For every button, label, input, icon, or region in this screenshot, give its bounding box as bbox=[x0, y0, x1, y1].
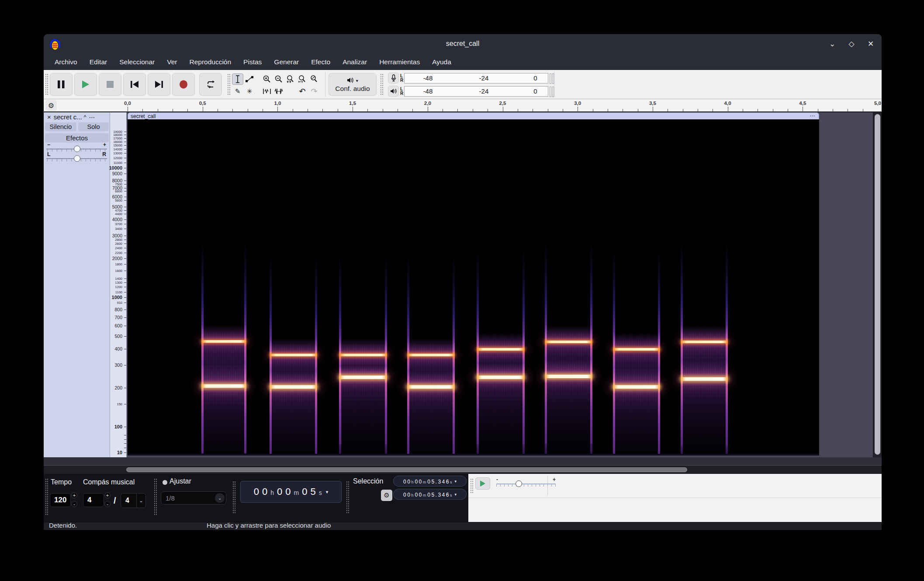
snap-toggle[interactable] bbox=[163, 480, 167, 485]
menu-item-seleccionar[interactable]: Seleccionar bbox=[113, 56, 161, 69]
redo-button[interactable]: ↷ bbox=[308, 86, 320, 97]
microphone-icon[interactable] bbox=[388, 73, 399, 83]
effects-button[interactable]: Efectos bbox=[45, 133, 109, 143]
toolbar-grip[interactable] bbox=[380, 73, 384, 95]
skip-to-end-button[interactable] bbox=[148, 73, 170, 96]
timeline-ruler[interactable]: ⚙ 0,00,51,01,52,02,53,03,54,04,55,0 bbox=[44, 99, 882, 112]
trim-audio-tool[interactable] bbox=[261, 86, 273, 97]
skip-to-start-button[interactable] bbox=[123, 73, 146, 96]
menu-item-reproduccion[interactable]: Reproducción bbox=[183, 56, 237, 69]
menu-item-efecto[interactable]: Efecto bbox=[305, 56, 336, 69]
toolbar-grip[interactable] bbox=[346, 481, 350, 513]
chevron-down-icon[interactable]: ▾ bbox=[454, 479, 457, 484]
track-control-panel[interactable]: × secret c... ^ ⋯ Silencio Solo Efectos … bbox=[44, 112, 110, 457]
track-menu-button[interactable]: ⋯ bbox=[89, 114, 95, 121]
tempo-decrement-button[interactable]: - bbox=[71, 501, 77, 507]
menu-item-generar[interactable]: Generar bbox=[268, 56, 305, 69]
selection-tool[interactable] bbox=[232, 73, 243, 85]
menu-item-ver[interactable]: Ver bbox=[161, 56, 183, 69]
clip-menu-button[interactable]: ⋯ bbox=[810, 113, 815, 119]
menu-item-analizar[interactable]: Analizar bbox=[336, 56, 373, 69]
playback-speed-thumb[interactable] bbox=[516, 480, 522, 487]
zoom-out-tool[interactable] bbox=[273, 73, 284, 85]
vertical-scrollbar[interactable] bbox=[873, 112, 882, 457]
playback-speed-slider[interactable]: -+ bbox=[496, 477, 556, 491]
selection-options-gear-icon[interactable]: ⚙ bbox=[381, 490, 392, 501]
audio-setup-button[interactable]: ▾ Conf. audio bbox=[329, 73, 377, 96]
pan-slider[interactable]: L R bbox=[46, 154, 107, 163]
gain-slider-thumb[interactable] bbox=[74, 146, 80, 152]
zoom-fit-tool[interactable] bbox=[297, 73, 308, 85]
time-segment: 05.346s bbox=[427, 477, 453, 485]
tempo-value-field[interactable]: 120 bbox=[50, 493, 71, 507]
freq-label: 300 bbox=[114, 362, 122, 368]
audio-position-display[interactable]: 00h00m05s▾ bbox=[240, 481, 342, 503]
toolbar-grip[interactable] bbox=[154, 478, 157, 516]
toolbar-grip[interactable] bbox=[232, 481, 236, 513]
zoom-in-tool[interactable] bbox=[261, 73, 273, 85]
playback-state: Detenido. bbox=[49, 522, 77, 529]
gain-slider[interactable]: − + bbox=[46, 145, 107, 153]
solo-button[interactable]: Solo bbox=[78, 122, 109, 131]
timesig-decrement-button[interactable]: - bbox=[104, 501, 111, 507]
frequency-ruler[interactable]: 1900018000170001600015000140001300012000… bbox=[110, 112, 127, 457]
pan-slider-thumb[interactable] bbox=[74, 155, 80, 162]
recording-meter[interactable]: LR-48-240 bbox=[388, 72, 548, 84]
multi-tool[interactable]: ✳ bbox=[244, 86, 255, 97]
chevron-down-icon[interactable]: ▾ bbox=[326, 489, 329, 495]
empty-track-space[interactable] bbox=[44, 457, 882, 466]
track-name[interactable]: secret c... bbox=[54, 113, 82, 121]
snap-dropdown[interactable]: 1/8 ⌄ bbox=[161, 491, 226, 504]
track-collapse-chevron[interactable]: ^ bbox=[84, 114, 87, 120]
toolbar-grip[interactable] bbox=[45, 73, 48, 95]
zoom-toggle-tool[interactable] bbox=[308, 73, 320, 85]
timesig-lower-dropdown[interactable]: 4 ⌄ bbox=[121, 493, 146, 508]
loop-button[interactable] bbox=[199, 73, 222, 96]
timesig-increment-button[interactable]: + bbox=[104, 492, 111, 498]
track-close-button[interactable]: × bbox=[45, 113, 53, 121]
title-bar[interactable]: secret_call ⌄ ◇ ✕ bbox=[44, 34, 882, 55]
horizontal-scrollbar[interactable] bbox=[44, 466, 882, 474]
vertical-scrollbar-thumb[interactable] bbox=[875, 114, 880, 455]
close-button[interactable]: ✕ bbox=[866, 39, 876, 49]
timesig-upper-field[interactable]: 4 bbox=[83, 493, 104, 507]
menu-item-editar[interactable]: Editar bbox=[83, 56, 114, 69]
toolbar-grip[interactable] bbox=[470, 478, 474, 493]
clip-title-bar[interactable]: secret_call ⋯ bbox=[128, 112, 819, 119]
selection-start-field[interactable]: 00h00m05.346s▾ bbox=[393, 476, 467, 487]
silence-audio-tool[interactable] bbox=[273, 86, 284, 97]
tempo-steppers[interactable]: +- bbox=[71, 492, 78, 507]
record-button[interactable] bbox=[172, 73, 195, 96]
envelope-tool[interactable] bbox=[244, 73, 255, 85]
selection-end-field[interactable]: 00h00m05.346s▾ bbox=[393, 489, 467, 500]
track-canvas[interactable]: secret_call ⋯ bbox=[127, 112, 873, 457]
timeline-options-gear-icon[interactable]: ⚙ bbox=[45, 100, 57, 111]
playback-meter[interactable]: LR-48-240 bbox=[388, 85, 548, 97]
toolbar-grip[interactable] bbox=[227, 73, 231, 95]
maximize-button[interactable]: ◇ bbox=[847, 39, 856, 49]
freq-tick bbox=[124, 292, 126, 292]
play-button[interactable] bbox=[74, 73, 97, 96]
toolbar-grip[interactable] bbox=[45, 478, 48, 516]
stop-button[interactable] bbox=[99, 73, 121, 96]
menu-item-pistas[interactable]: Pistas bbox=[237, 56, 268, 69]
spectrogram[interactable] bbox=[128, 119, 819, 456]
horizontal-scrollbar-thumb[interactable] bbox=[126, 467, 687, 472]
chevron-down-icon[interactable]: ▾ bbox=[454, 492, 457, 497]
pause-button[interactable] bbox=[50, 73, 73, 96]
menu-item-ayuda[interactable]: Ayuda bbox=[426, 56, 457, 69]
timesig-steppers[interactable]: +- bbox=[104, 492, 111, 507]
tempo-increment-button[interactable]: + bbox=[71, 492, 77, 498]
play-at-speed-button[interactable] bbox=[475, 477, 490, 490]
audio-clip[interactable]: secret_call ⋯ bbox=[128, 112, 819, 457]
undo-button[interactable]: ↶ bbox=[297, 86, 308, 97]
freq-tick bbox=[124, 365, 126, 365]
mute-button[interactable]: Silencio bbox=[45, 122, 76, 131]
zoom-selection-tool[interactable] bbox=[285, 73, 296, 85]
minimize-button[interactable]: ⌄ bbox=[827, 39, 837, 49]
menu-item-herramientas[interactable]: Herramientas bbox=[373, 56, 426, 69]
draw-tool[interactable]: ✎ bbox=[232, 86, 243, 97]
menu-item-archivo[interactable]: Archivo bbox=[48, 56, 83, 69]
speaker-icon[interactable] bbox=[388, 86, 399, 97]
clip-title[interactable]: secret_call bbox=[131, 113, 156, 119]
